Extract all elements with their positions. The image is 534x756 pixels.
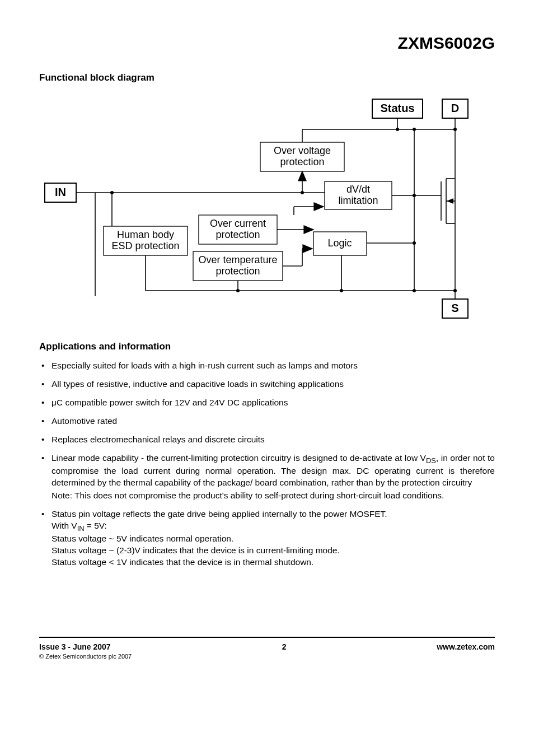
logic-block-label: Logic [327,237,352,249]
in-terminal-label: IN [55,186,66,198]
svg-point-50 [413,241,416,245]
list-item: Status pin voltage reflects the gate dri… [51,508,495,568]
dvdt-block-l1: dV/dt [346,184,370,195]
esd-block-l1: Human body [117,229,174,240]
svg-point-32 [396,128,399,131]
dvdt-block-l2: limitation [338,195,378,206]
list-item: Especially suited for loads with a high … [51,360,495,372]
status-terminal-label: Status [380,102,414,114]
part-number-title: ZXMS6002G [39,34,495,53]
list-item: Automotive rated [51,416,495,427]
s-terminal-label: S [451,302,458,314]
status-line-2: With VIN = 5V: [51,520,495,534]
list-item-text: C compatible power switch for 12V and 24… [57,398,288,407]
list-item: Linear mode capability - the current-lim… [51,452,495,502]
footer-page-number: 2 [282,642,287,651]
linear-mode-note: Note: This does not compromise the produ… [51,490,495,502]
linear-mode-text-a: Linear mode capability - the current-lim… [51,453,426,463]
ocp-block-l1: Over current [210,218,266,229]
svg-point-21 [236,289,240,292]
otp-block-l1: Over temperature [198,254,277,265]
vin-subscript: IN [77,524,85,533]
list-item: Replaces electromechanical relays and di… [51,434,495,446]
d-terminal-label: D [451,102,459,114]
ovp-block-l2: protection [280,156,324,167]
status-line-4: Status voltage ~ (2-3)V indicates that t… [51,545,495,557]
applications-heading: Applications and information [39,341,495,352]
applications-list: Especially suited for loads with a high … [39,360,495,568]
block-diagram-heading: Functional block diagram [39,72,495,83]
list-item: μC compatible power switch for 12V and 2… [51,397,495,409]
esd-block-l2: ESD protection [111,240,179,251]
status-line-1: Status pin voltage reflects the gate dri… [51,508,495,520]
ovp-block-l1: Over voltage [274,145,331,156]
page-footer: Issue 3 - June 2007 © Zetex Semiconducto… [39,637,495,660]
status-vin-suffix: = 5V: [85,521,107,530]
status-line-3: Status voltage ~ 5V indicates normal ope… [51,533,495,545]
copyright-text: © Zetex Semiconductors plc 2007 [39,653,132,660]
footer-left: Issue 3 - June 2007 © Zetex Semiconducto… [39,642,132,660]
functional-block-diagram: IN Status D S Human body ESD protection … [39,95,495,324]
status-vin-prefix: With V [51,521,77,530]
ocp-block-l2: protection [216,229,260,240]
otp-block-l2: protection [216,265,260,277]
vds-subscript: DS [426,456,436,465]
mu-glyph: μ [51,398,57,407]
status-line-5: Status voltage < 1V indicates that the d… [51,557,495,568]
list-item: All types of resistive, inductive and ca… [51,379,495,390]
footer-url: www.zetex.com [437,642,495,651]
issue-text: Issue 3 - June 2007 [39,642,111,651]
